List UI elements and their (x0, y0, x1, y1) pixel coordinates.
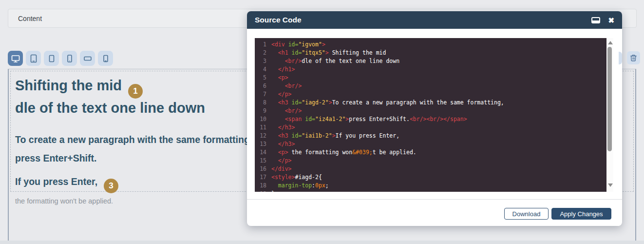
code-line[interactable]: 6 <br/> (255, 82, 606, 90)
h3-first-line2: press Enter+Shift. (15, 153, 96, 163)
code-token: <h1 (271, 49, 292, 57)
line-number: 17 (255, 173, 266, 182)
code-token: id= (305, 115, 315, 123)
line-number: 13 (255, 140, 266, 148)
code-line[interactable]: 15 </p> (255, 157, 606, 165)
code-token: </h3> (271, 123, 295, 132)
code-token: : (312, 182, 315, 190)
apply-changes-button[interactable]: Apply Changes (551, 208, 611, 220)
component-action-button-partial[interactable] (619, 52, 622, 64)
device-button-desktop[interactable] (8, 51, 23, 66)
code-line[interactable]: 8 <h3 id="iagd-2">To create a new paragr… (255, 99, 606, 107)
line-number: 16 (255, 165, 266, 173)
code-token: <h3 (271, 132, 292, 140)
code-line[interactable]: 11 </h3> (255, 123, 606, 132)
code-token: </h3> (271, 140, 295, 148)
device-button-tablet-small[interactable] (44, 51, 59, 66)
code-token: press Enter+Shift. (349, 115, 410, 123)
code-token: <h3 (271, 99, 292, 107)
modal-header: Source Code ✖ (247, 11, 622, 29)
desktop-icon (11, 54, 20, 63)
device-button-mobile-portrait[interactable] (62, 51, 77, 66)
code-line[interactable]: 16</div> (255, 165, 606, 173)
code-token: <div (271, 41, 288, 49)
line-number: 1 (255, 41, 266, 49)
code-token: <br/> (271, 82, 302, 90)
delete-component-button[interactable] (627, 51, 640, 64)
scrollbar-up-arrow-icon[interactable] (608, 41, 613, 44)
code-token: dle of the text one line down (302, 57, 399, 65)
device-button-mobile[interactable] (98, 51, 113, 66)
code-line[interactable]: 9 <br/> (255, 107, 606, 115)
code-token: <br/> (271, 57, 302, 65)
step-badge-3: 3 (104, 179, 118, 193)
device-toolbar (8, 51, 113, 66)
code-line[interactable]: 3 <br/>dle of the text one line down (255, 57, 606, 65)
code-line[interactable]: 19} (255, 190, 606, 192)
mobile-landscape-icon (83, 54, 93, 63)
code-token: id= (288, 41, 299, 49)
code-line[interactable]: 12 <h3 id="iai1b-2">If you press Enter, (255, 132, 606, 140)
code-token: #iagd-2{ (295, 173, 322, 182)
code-line[interactable]: 5 <p> (255, 74, 606, 82)
code-token: <p> (271, 74, 288, 82)
code-token: t be applied. (373, 148, 417, 157)
code-token: "iagd-2" (302, 99, 328, 107)
code-line[interactable]: 17<style>#iagd-2{ (255, 173, 606, 182)
device-button-mobile-landscape[interactable] (80, 51, 95, 66)
code-token: > (345, 115, 349, 123)
line-number: 7 (255, 90, 266, 99)
step-badge-1: 1 (128, 84, 143, 99)
code-line[interactable]: 2 <h1 id="itqx5"> Shifting the mid (255, 49, 606, 57)
modal-footer-divider (247, 199, 622, 200)
code-token: > (325, 49, 329, 57)
code-token: <p> (271, 148, 288, 157)
scrollbar-down-arrow-icon[interactable] (608, 183, 613, 187)
code-token: "iz4a1-2" (315, 115, 345, 123)
code-token: id= (292, 132, 302, 140)
code-token: margin-top (271, 182, 312, 190)
heading-line1: Shifting the mid (15, 78, 122, 93)
code-token: To create a new paragraph with the same … (332, 99, 504, 107)
code-token: If you press Enter, (336, 132, 400, 140)
code-line[interactable]: 7 </p> (255, 90, 606, 99)
close-icon[interactable]: ✖ (608, 17, 614, 24)
maximize-icon[interactable] (591, 17, 600, 23)
download-button[interactable]: Download (504, 208, 549, 220)
line-number: 6 (255, 82, 266, 90)
code-line[interactable]: 4 </h1> (255, 65, 606, 74)
code-line[interactable]: 18 margin-top:0px; (255, 182, 606, 190)
tab-content-label: Content (18, 15, 42, 22)
code-token: > (329, 99, 332, 107)
h3-second-text: If you press Enter, (15, 176, 97, 187)
heading-line2: dle of the text one line down (15, 100, 205, 116)
line-number: 2 (255, 49, 266, 57)
line-number: 10 (255, 115, 266, 123)
code-line[interactable]: 1<div id="igvom"> (255, 41, 606, 49)
code-token: <span (271, 115, 305, 123)
line-number: 12 (255, 132, 266, 140)
code-token: Shifting the mid (329, 49, 386, 57)
code-token: "igvom" (298, 41, 322, 49)
code-line[interactable]: 13 </h3> (255, 140, 606, 148)
scrollbar-thumb[interactable] (607, 47, 612, 151)
source-code-modal: Source Code ✖ 1<div id="igvom">2 <h1 id=… (247, 11, 622, 226)
code-token: "iai1b-2" (302, 132, 332, 140)
tablet-small-icon (47, 54, 57, 63)
device-button-tablet[interactable] (26, 51, 41, 66)
mobile-portrait-icon (65, 54, 75, 63)
code-token: <br/> (271, 107, 302, 115)
code-token: } (271, 190, 275, 192)
editor-scrollbar[interactable] (606, 38, 613, 192)
canvas-bottom-edge (0, 241, 644, 244)
code-token: </p> (271, 157, 292, 165)
code-line[interactable]: 10 <span id="iz4a1-2">press Enter+Shift.… (255, 115, 606, 123)
line-number: 14 (255, 148, 266, 157)
line-number: 8 (255, 99, 266, 107)
line-number: 19 (255, 190, 266, 192)
code-line[interactable]: 14 <p> the formatting won&#039;t be appl… (255, 148, 606, 157)
code-editor[interactable]: 1<div id="igvom">2 <h1 id="itqx5"> Shift… (255, 38, 606, 192)
line-number: 18 (255, 182, 266, 190)
mobile-icon (101, 54, 111, 63)
code-token: </div> (271, 165, 292, 173)
